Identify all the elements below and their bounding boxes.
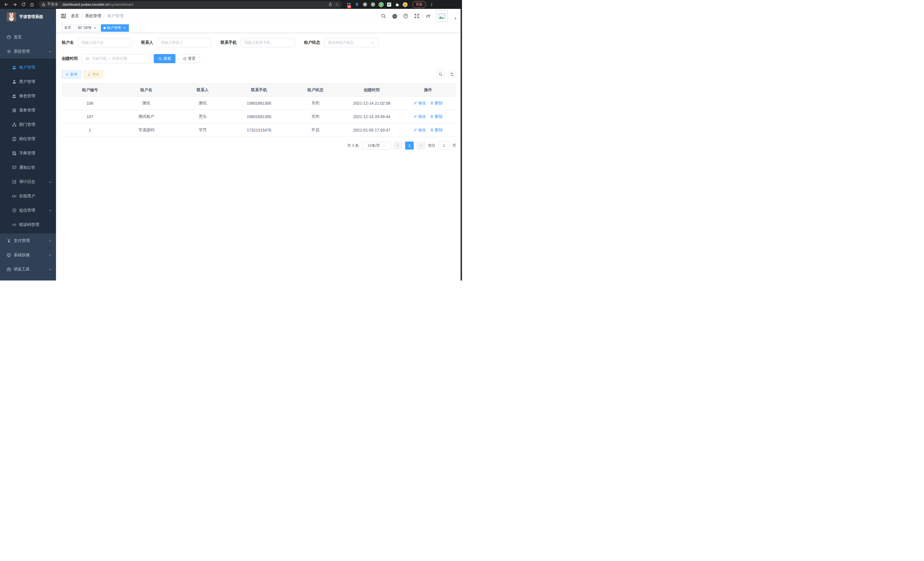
extension-chat-icon[interactable] <box>386 2 392 7</box>
breadcrumb-item-1[interactable]: 系统管理 <box>85 14 101 19</box>
edit-link[interactable]: 修改 <box>413 114 426 119</box>
font-size-icon[interactable]: тT <box>425 13 431 19</box>
sidebar-item-label: 字典管理 <box>19 151 52 156</box>
sidebar-collapse-icon[interactable] <box>61 13 66 19</box>
page-size-select[interactable]: 10条/页 <box>362 141 391 150</box>
browser-back-icon[interactable] <box>3 1 10 8</box>
browser-forward-icon[interactable] <box>11 1 18 8</box>
delete-link[interactable]: 删除 <box>430 128 442 133</box>
create-time-range-picker[interactable]: 开始日期 - 结束日期 <box>82 54 150 63</box>
contact-mobile-input[interactable]: 请输入联系手机 <box>241 38 295 47</box>
browser-home-icon[interactable] <box>28 1 35 8</box>
export-button[interactable]: 导出 <box>84 70 103 78</box>
breadcrumb-separator: / <box>81 14 82 18</box>
cell-name: 测试租户 <box>118 110 174 123</box>
sidebar-item-notice[interactable]: 通知公告 <box>0 160 56 175</box>
sidebar-item-menu[interactable]: 菜单管理 <box>0 103 56 117</box>
tenant-users-icon <box>12 65 16 70</box>
sidebar-item-user[interactable]: 用户管理 <box>0 75 56 89</box>
address-bar[interactable]: 不安全 dashboard.yudao.iocoder.cn/system/te… <box>39 1 342 8</box>
prev-page-button[interactable] <box>394 141 402 150</box>
table-row: 108测试测试15601691300关闭2021-12-14 21:02:09修… <box>62 97 456 110</box>
cell-id: 108 <box>62 97 118 110</box>
extension-green-dot-icon[interactable] <box>370 2 376 7</box>
filter-item-tenant-status: 租户状态请选择租户状态 <box>304 38 378 47</box>
extension-y-green-icon[interactable]: Y <box>378 2 384 7</box>
tab-close-icon[interactable]: × <box>122 26 126 30</box>
cell-status: 开启 <box>287 123 344 137</box>
sidebar-item-devtool[interactable]: 研发工具 <box>0 262 56 277</box>
sidebar-item-tenant[interactable]: 租户管理 <box>0 60 56 75</box>
sidebar-item-online[interactable]: 在线用户 <box>0 189 56 203</box>
extension-puzzle-icon[interactable] <box>394 2 400 7</box>
extension-grid-diamond-icon[interactable]: 10 <box>346 2 352 7</box>
extension-command-icon[interactable]: ⌘ <box>362 2 368 7</box>
next-page-button[interactable] <box>417 141 425 150</box>
tab-close-icon[interactable]: × <box>93 26 97 30</box>
fullscreen-icon[interactable] <box>414 13 420 19</box>
sidebar-item-system[interactable]: 系统管理 <box>0 44 56 59</box>
github-icon[interactable] <box>392 13 398 19</box>
browser-menu-kebab-icon[interactable] <box>428 1 435 8</box>
tab-home[interactable]: 首页 <box>62 24 74 32</box>
security-warning-icon[interactable] <box>42 3 45 6</box>
browser-update-button[interactable]: 更新 <box>412 1 426 8</box>
sidebar-item-post[interactable]: 岗位管理 <box>0 132 56 146</box>
cell-actions: 修改删除 <box>400 110 456 123</box>
toolbox-icon <box>7 267 11 272</box>
table-body: 108测试测试15601691300关闭2021-12-14 21:02:09修… <box>62 97 456 137</box>
browser-reload-icon[interactable] <box>20 1 27 8</box>
avatar[interactable] <box>436 10 448 22</box>
monitor-icon <box>7 253 11 257</box>
toggle-search-button[interactable] <box>436 70 445 79</box>
tenant-name-input[interactable]: 请输入租户名 <box>78 38 132 47</box>
breadcrumb-item-0[interactable]: 首页 <box>71 14 79 19</box>
help-icon[interactable] <box>403 13 409 19</box>
share-icon[interactable] <box>328 2 332 7</box>
avatar-dropdown-caret-icon[interactable]: ▼ <box>454 17 457 20</box>
sidebar-item-label: 系统管理 <box>14 49 48 54</box>
add-button[interactable]: 新增 <box>62 70 81 78</box>
edit-link[interactable]: 修改 <box>413 101 426 106</box>
edit-link[interactable]: 修改 <box>413 128 426 133</box>
error-code-icon <box>12 223 16 227</box>
sidebar-item-label: 基础设施 <box>14 253 48 258</box>
sidebar-item-errcode[interactable]: 错误码管理 <box>0 218 56 232</box>
extension-emoji-icon[interactable] <box>402 2 408 7</box>
bookmark-star-icon[interactable]: ☆ <box>335 2 339 7</box>
filter-item-contact-person: 联系人请输入联系人 <box>141 38 212 47</box>
contact-person-input[interactable]: 请输入联系人 <box>157 38 212 47</box>
cell-contact: 芋艿 <box>175 123 231 137</box>
sidebar: 芋道管理系统 首页系统管理租户管理用户管理角色管理菜单管理部门管理岗位管理字典管… <box>0 9 56 281</box>
tab-tenant[interactable]: 租户管理× <box>101 24 129 32</box>
sidebar-item-dept[interactable]: 部门管理 <box>0 117 56 132</box>
sidebar-item-pay[interactable]: 支付管理 <box>0 234 56 248</box>
sidebar-item-sms[interactable]: 短信管理 <box>0 203 56 218</box>
pagination-total: 共 3 条 <box>347 143 359 148</box>
goto-page-input[interactable]: 1 <box>438 141 450 150</box>
tab-dept[interactable]: 部门管理× <box>75 24 99 32</box>
extension-kite-icon[interactable] <box>354 2 360 7</box>
tenant-status-select[interactable]: 请选择租户状态 <box>324 38 378 47</box>
sidebar-item-dict[interactable]: 字典管理 <box>0 146 56 160</box>
sidebar-item-audit[interactable]: 审计日志 <box>0 175 56 189</box>
column-header-2: 联系人 <box>175 83 231 97</box>
contact-mobile-label: 联系手机 <box>220 40 237 45</box>
filter-row-2: 创建时间 开始日期 - 结束日期 搜索 重置 <box>62 54 456 63</box>
reset-button[interactable]: 重置 <box>178 54 200 63</box>
search-button[interactable]: 搜索 <box>154 54 176 63</box>
sidebar-item-infra[interactable]: 基础设施 <box>0 248 56 262</box>
tab-label: 首页 <box>64 26 71 30</box>
sidebar-item-role[interactable]: 角色管理 <box>0 89 56 103</box>
refresh-table-button[interactable] <box>448 70 456 79</box>
placeholder-text: 请输入联系人 <box>161 40 208 45</box>
delete-link[interactable]: 删除 <box>430 114 442 119</box>
header-search-icon[interactable] <box>381 13 386 19</box>
page-number-1[interactable]: 1 <box>405 141 414 150</box>
app-logo-row[interactable]: 芋道管理系统 <box>0 9 56 25</box>
extension-badge: 10 <box>347 5 351 9</box>
table-header-row: 租户编号租户名联系人联系手机租户状态创建时间操作 <box>62 83 456 97</box>
delete-link[interactable]: 删除 <box>430 101 442 106</box>
sidebar-item-home[interactable]: 首页 <box>0 30 56 44</box>
menu-tree-icon <box>12 108 16 113</box>
